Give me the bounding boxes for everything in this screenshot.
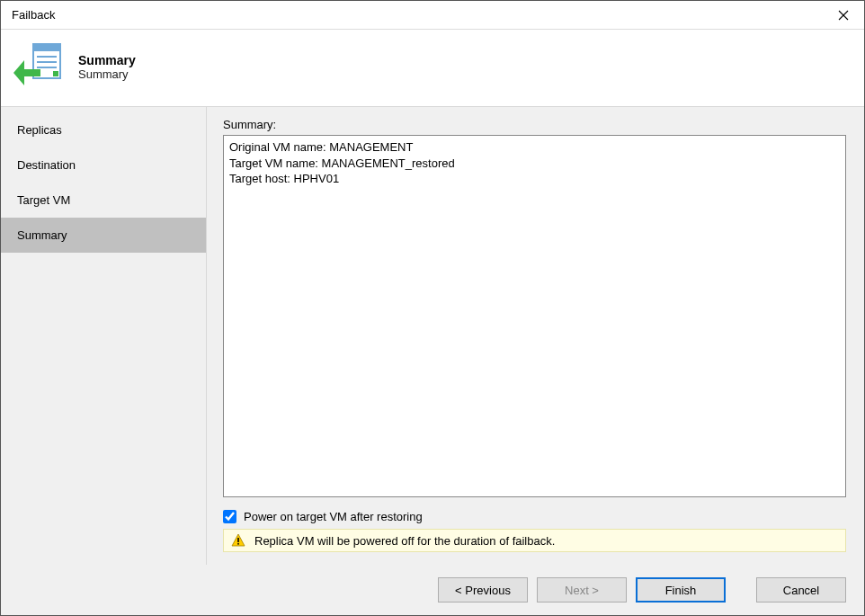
sidebar-item-label: Replicas: [17, 123, 62, 137]
svg-rect-7: [53, 71, 58, 76]
page-title: Summary: [78, 53, 136, 67]
sidebar-item-label: Destination: [17, 158, 76, 172]
wizard-footer: < Previous Next > Finish Cancel: [1, 565, 864, 615]
sidebar-item-destination[interactable]: Destination: [1, 147, 206, 183]
wizard-steps-sidebar: Replicas Destination Target VM Summary: [1, 107, 206, 565]
warning-icon: [231, 533, 245, 548]
wizard-body: Replicas Destination Target VM Summary S…: [1, 106, 864, 565]
wizard-header: Summary Summary: [1, 30, 864, 106]
warning-banner: Replica VM will be powered off for the d…: [223, 529, 846, 552]
sidebar-item-label: Target VM: [17, 193, 70, 207]
sidebar-item-summary[interactable]: Summary: [1, 218, 206, 253]
wizard-header-texts: Summary Summary: [78, 53, 136, 81]
power-on-checkbox-row[interactable]: Power on target VM after restoring: [223, 510, 846, 523]
sidebar-item-replicas[interactable]: Replicas: [1, 112, 206, 147]
failback-icon: [13, 42, 66, 92]
power-on-checkbox-label: Power on target VM after restoring: [244, 510, 423, 523]
close-icon: [838, 10, 849, 21]
finish-button[interactable]: Finish: [636, 577, 726, 603]
svg-rect-8: [237, 538, 239, 542]
close-button[interactable]: [823, 1, 864, 30]
titlebar: Failback: [1, 1, 864, 30]
power-on-checkbox[interactable]: [223, 510, 236, 523]
svg-rect-9: [237, 543, 239, 545]
sidebar-item-target-vm[interactable]: Target VM: [1, 183, 206, 218]
summary-textarea[interactable]: Original VM name: MANAGEMENT Target VM n…: [223, 135, 846, 497]
previous-button[interactable]: < Previous: [438, 577, 528, 603]
wizard-content: Summary: Original VM name: MANAGEMENT Ta…: [206, 107, 864, 565]
window-title: Failback: [12, 8, 823, 22]
summary-label: Summary:: [223, 118, 846, 131]
cancel-button[interactable]: Cancel: [756, 577, 846, 603]
svg-rect-3: [33, 44, 60, 51]
page-subtitle: Summary: [78, 67, 136, 81]
warning-text: Replica VM will be powered off for the d…: [254, 534, 555, 548]
sidebar-item-label: Summary: [17, 228, 67, 242]
failback-wizard-window: Failback Summary Summary: [0, 0, 865, 616]
next-button: Next >: [537, 577, 627, 603]
